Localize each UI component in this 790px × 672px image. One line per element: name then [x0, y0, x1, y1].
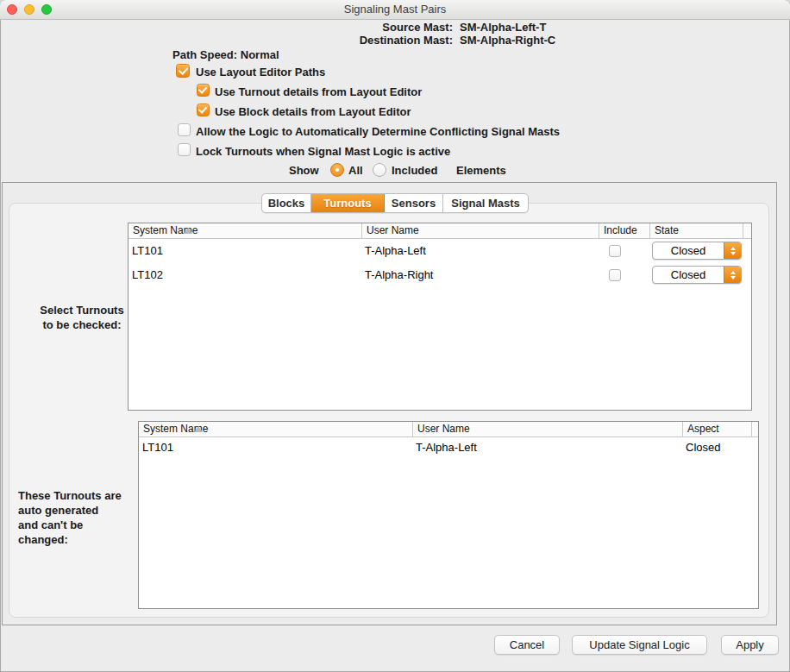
auto-determine-conflicting-masts-checkbox[interactable] [178, 123, 191, 136]
table-row: LT101 T-Alpha-Left Closed [129, 239, 751, 263]
user-name-cell: T-Alpha-Right [365, 263, 433, 287]
tab-blocks[interactable]: Blocks [262, 194, 311, 212]
auto-turnouts-table-header: System Name User Name Aspect [139, 422, 758, 437]
use-turnout-details-checkbox[interactable] [197, 84, 210, 97]
path-speed-label: Path Speed: [172, 48, 237, 61]
radio-included[interactable] [373, 163, 386, 177]
column-header-state[interactable]: State [649, 223, 743, 238]
stepper-arrows-icon [724, 267, 741, 283]
use-layout-editor-paths-checkbox[interactable] [176, 64, 190, 78]
tab-sensors[interactable]: Sensors [385, 194, 443, 212]
column-header-user-name[interactable]: User Name [361, 223, 599, 238]
column-header-user-name[interactable]: User Name [412, 422, 682, 436]
destination-mast-value: SM-Alpha-Right-C [460, 34, 555, 47]
checkmark-icon [179, 65, 189, 75]
radio-all-label: All [348, 164, 363, 177]
source-mast-label: Source Mast: [241, 21, 453, 34]
tab-signal-masts[interactable]: Signal Masts [443, 194, 528, 212]
stepper-arrows-icon [724, 242, 741, 259]
path-speed-value: Normal [241, 48, 279, 61]
use-turnout-details-label: Use Turnout details from Layout Editor [215, 85, 422, 98]
system-name-cell: LT101 [142, 437, 173, 457]
system-name-cell: LT101 [132, 239, 163, 263]
user-name-cell: T-Alpha-Left [416, 437, 477, 457]
update-signal-logic-button[interactable]: Update Signal Logic [572, 635, 707, 655]
use-layout-editor-paths-label: Use Layout Editor Paths [196, 66, 325, 79]
select-turnouts-table: System Name User Name Include State LT10… [128, 223, 752, 411]
show-label: Show [289, 164, 319, 177]
column-header-spacer [743, 223, 751, 238]
aspect-cell: Closed [686, 437, 720, 457]
column-header-spacer [751, 422, 758, 436]
include-checkbox[interactable] [609, 269, 621, 281]
signaling-mast-pairs-window: Signaling Mast Pairs Source Mast: SM-Alp… [0, 0, 790, 672]
system-name-cell: LT102 [132, 263, 163, 287]
cancel-button[interactable]: Cancel [494, 635, 560, 655]
lock-turnouts-checkbox[interactable] [178, 143, 191, 156]
auto-determine-conflicting-masts-label: Allow the Logic to Automatically Determi… [196, 125, 560, 138]
tab-turnouts[interactable]: Turnouts [311, 194, 385, 212]
window-title: Signaling Mast Pairs [0, 0, 790, 19]
tab-bar: Blocks Turnouts Sensors Signal Masts [261, 193, 529, 213]
checkmark-icon [198, 104, 207, 114]
column-header-system-name[interactable]: System Name [139, 422, 412, 436]
source-mast-value: SM-Alpha-Left-T [460, 21, 546, 34]
column-header-include[interactable]: Include [599, 223, 649, 238]
auto-turnouts-table: System Name User Name Aspect LT101 T-Alp… [138, 421, 759, 609]
checkmark-icon [198, 85, 207, 94]
include-checkbox[interactable] [609, 245, 621, 257]
table-row: LT102 T-Alpha-Right Closed [129, 263, 751, 287]
sort-ascending-icon [184, 228, 192, 234]
path-speed-row: Path Speed: Normal [172, 48, 279, 61]
use-block-details-checkbox[interactable] [197, 104, 210, 116]
state-dropdown[interactable]: Closed [652, 242, 742, 260]
apply-button[interactable]: Apply [721, 635, 779, 655]
radio-included-label: Included [392, 164, 437, 177]
table-row: LT101 T-Alpha-Left Closed [139, 437, 758, 457]
column-header-system-name[interactable]: System Name [129, 223, 361, 238]
use-block-details-label: Use Block details from Layout Editor [215, 105, 411, 118]
elements-label: Elements [456, 164, 506, 177]
user-name-cell: T-Alpha-Left [365, 239, 426, 263]
sort-ascending-icon [194, 426, 203, 432]
select-turnouts-side-label: Select Turnouts to be checked: [31, 303, 133, 332]
column-header-aspect[interactable]: Aspect [682, 422, 751, 436]
state-dropdown[interactable]: Closed [652, 266, 742, 284]
destination-mast-label: Destination Mast: [241, 34, 453, 47]
select-turnouts-table-header: System Name User Name Include State [129, 223, 751, 239]
title-bar: Signaling Mast Pairs [0, 0, 790, 20]
auto-turnouts-side-label: These Turnouts are auto generated and ca… [18, 488, 143, 547]
radio-all[interactable] [330, 163, 344, 177]
lock-turnouts-label: Lock Turnouts when Signal Mast Logic is … [196, 145, 450, 158]
